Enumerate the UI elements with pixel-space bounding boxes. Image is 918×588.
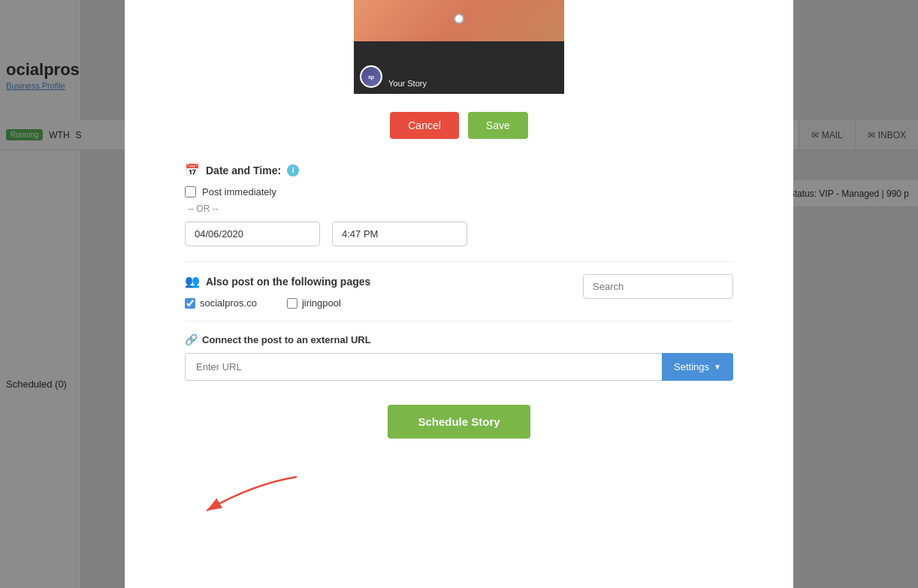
page-jiringpool-checkbox[interactable] [287, 298, 297, 309]
story-preview-container: sp Your Story [354, 0, 564, 94]
page-socialpros-checkbox[interactable] [185, 298, 195, 309]
schedule-btn-container: Schedule Story [185, 405, 733, 439]
avatar-inner: sp [361, 67, 381, 86]
url-label-text: Connect the post to an external URL [202, 334, 371, 345]
url-input[interactable] [185, 353, 662, 381]
chevron-down-icon: ▼ [714, 363, 721, 371]
url-section-label: 🔗 Connect the post to an external URL [185, 333, 733, 345]
post-immediately-label: Post immediately [202, 186, 276, 198]
page-socialpros-label: socialpros.co [200, 297, 257, 309]
your-story-label: Your Story [388, 79, 427, 88]
section-divider-2 [185, 321, 733, 321]
page-item-jiringpool: jiringpool [287, 297, 341, 309]
story-preview-area: sp Your Story [125, 0, 793, 94]
info-icon[interactable]: i [287, 164, 299, 176]
post-immediately-row: Post immediately [185, 186, 733, 198]
pages-label-text: Also post on the following pages [206, 276, 370, 288]
page-item-socialpros: socialpros.co [185, 297, 257, 309]
time-input[interactable] [332, 222, 467, 246]
calendar-icon: 📅 [185, 163, 200, 177]
pages-checkboxes: socialpros.co jiringpool [185, 297, 583, 309]
schedule-story-button[interactable]: Schedule Story [388, 405, 530, 439]
pages-section: 👥 Also post on the following pages socia… [185, 274, 733, 309]
users-icon: 👥 [185, 274, 200, 288]
datetime-inputs-row [185, 222, 733, 246]
settings-button[interactable]: Settings ▼ [662, 353, 733, 381]
story-progress-dot [454, 14, 464, 24]
datetime-section-label: 📅 Date and Time: i [185, 163, 733, 177]
cancel-button[interactable]: Cancel [390, 112, 459, 139]
save-button[interactable]: Save [468, 112, 528, 139]
avatar: sp [360, 65, 382, 88]
section-divider-1 [185, 261, 733, 262]
story-image-bottom: sp Your Story [354, 41, 564, 94]
or-divider: -- OR -- [185, 204, 733, 214]
datetime-label-text: Date and Time: [206, 164, 281, 176]
action-buttons: Cancel Save [390, 112, 528, 139]
pages-right [583, 274, 733, 299]
date-input[interactable] [185, 222, 320, 246]
post-immediately-checkbox[interactable] [185, 186, 196, 198]
schedule-story-modal: sp Your Story Cancel Save 📅 Date and Tim… [125, 0, 793, 588]
form-section: 📅 Date and Time: i Post immediately -- O… [125, 163, 793, 439]
pages-section-label: 👥 Also post on the following pages [185, 274, 583, 288]
link-icon: 🔗 [185, 333, 198, 345]
url-input-row: Settings ▼ [185, 353, 733, 381]
url-section: 🔗 Connect the post to an external URL Se… [185, 333, 733, 381]
pages-left: 👥 Also post on the following pages socia… [185, 274, 583, 309]
settings-label: Settings [674, 361, 709, 372]
avatar-initials: sp [368, 74, 374, 80]
page-jiringpool-label: jiringpool [302, 297, 341, 309]
pages-search-input[interactable] [583, 274, 733, 299]
story-image: sp Your Story [354, 0, 564, 94]
